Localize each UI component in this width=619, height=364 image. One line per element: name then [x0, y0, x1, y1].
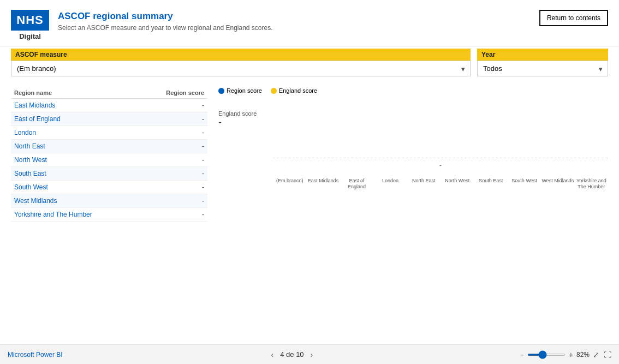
legend-england-score: England score — [271, 87, 317, 94]
pagination-prev-button[interactable]: ‹ — [269, 349, 276, 360]
x-axis-label: North East — [407, 178, 441, 190]
legend-england-score-label: England score — [279, 87, 317, 94]
region-score-cell: - — [140, 99, 207, 112]
table-row: West Midlands- — [11, 194, 207, 208]
table-row: North West- — [11, 153, 207, 167]
zoom-controls: - + 82% ⤢ ⛶ — [521, 350, 611, 359]
col-score-header: Region score — [140, 87, 207, 99]
pagination-next-button[interactable]: › — [308, 349, 316, 360]
ascof-measure-filter: ASCOF measure (Em branco) — [11, 49, 471, 76]
x-axis-label: East Midlands — [306, 178, 340, 190]
region-score-cell: - — [140, 181, 207, 194]
table-row: London- — [11, 126, 207, 140]
header-left: NHS Digital ASCOF regional summary Selec… — [11, 10, 273, 40]
england-score-label: England score — [218, 110, 262, 117]
bottom-bar: Microsoft Power BI ‹ 4 de 10 › - + 82% ⤢… — [0, 344, 619, 364]
svg-text:-: - — [439, 162, 442, 169]
table-row: North East- — [11, 140, 207, 153]
bottom-right-icons: ⤢ ⛶ — [593, 350, 611, 359]
region-name-cell: North East — [11, 140, 140, 153]
x-axis-label: West Midlands — [541, 178, 574, 190]
year-label: Year — [477, 49, 608, 61]
region-score-cell: - — [140, 126, 207, 140]
england-score-dot — [271, 88, 277, 94]
header-title-area: ASCOF regional summary Select an ASCOF m… — [58, 10, 273, 32]
chart-visualization: - (Em branco)East MidlandsEast of Englan… — [273, 99, 608, 339]
powerbi-link[interactable]: Microsoft Power BI — [8, 351, 63, 359]
body-area: Region name Region score East Midlands-E… — [0, 82, 619, 344]
x-axis-label: (Em branco) — [273, 178, 306, 190]
page-subtitle: Select an ASCOF measure and year to view… — [58, 24, 273, 32]
nhs-blue-box: NHS — [11, 10, 49, 31]
nhs-text: NHS — [16, 13, 43, 27]
header: NHS Digital ASCOF regional summary Selec… — [0, 0, 619, 46]
table-row: Yorkshire and The Humber- — [11, 208, 207, 222]
pagination: ‹ 4 de 10 › — [269, 349, 316, 360]
region-name-cell: North West — [11, 153, 140, 167]
x-axis-label: North West — [441, 178, 474, 190]
x-axis-label: East of England — [340, 178, 373, 190]
zoom-minus-button[interactable]: - — [521, 350, 524, 359]
share-icon-button[interactable]: ⤢ — [593, 350, 599, 359]
region-score-cell: - — [140, 112, 207, 126]
filters-row: ASCOF measure (Em branco) Year Todos — [0, 49, 619, 82]
region-name-cell: East of England — [11, 112, 140, 126]
x-axis-labels: (Em branco)East MidlandsEast of EnglandL… — [273, 178, 608, 190]
year-select-wrapper[interactable]: Todos — [477, 61, 608, 76]
ascof-measure-select-wrapper[interactable]: (Em branco) — [11, 61, 471, 76]
region-score-cell: - — [140, 153, 207, 167]
zoom-plus-button[interactable]: + — [569, 350, 573, 359]
region-name-cell: Yorkshire and The Humber — [11, 208, 140, 222]
region-name-cell: South East — [11, 167, 140, 181]
region-name-cell: South West — [11, 181, 140, 194]
zoom-slider[interactable] — [527, 354, 566, 356]
year-filter: Year Todos — [477, 49, 608, 76]
zoom-value: 82% — [576, 351, 590, 359]
separator — [0, 46, 619, 46]
ascof-measure-select[interactable]: (Em branco) — [11, 61, 471, 76]
region-name-cell: East Midlands — [11, 99, 140, 112]
return-to-contents-button[interactable]: Return to contents — [539, 10, 608, 26]
table-row: East of England- — [11, 112, 207, 126]
chart-svg: - — [273, 105, 608, 176]
region-score-cell: - — [140, 194, 207, 208]
year-select[interactable]: Todos — [477, 61, 608, 76]
region-score-cell: - — [140, 140, 207, 153]
nhs-logo: NHS Digital — [11, 10, 49, 40]
region-name-cell: London — [11, 126, 140, 140]
x-axis-label: South West — [508, 178, 541, 190]
x-axis-label: Yorkshire and The Humber — [575, 178, 608, 190]
table-side: Region name Region score East Midlands-E… — [11, 87, 207, 339]
x-axis-label: London — [373, 178, 407, 190]
region-score-cell: - — [140, 167, 207, 181]
pagination-label: 4 de 10 — [280, 350, 303, 359]
region-score-dot — [218, 88, 224, 94]
ascof-measure-label: ASCOF measure — [11, 49, 471, 61]
england-score-box: England score - — [218, 99, 262, 339]
nhs-digital-label: Digital — [19, 32, 41, 40]
legend-region-score: Region score — [218, 87, 262, 94]
region-name-cell: West Midlands — [11, 194, 140, 208]
table-row: East Midlands- — [11, 99, 207, 112]
chart-side: Region score England score England score… — [218, 87, 608, 339]
table-row: South East- — [11, 167, 207, 181]
fullscreen-icon-button[interactable]: ⛶ — [604, 350, 611, 359]
chart-legend: Region score England score — [218, 87, 608, 94]
page-title: ASCOF regional summary — [58, 11, 273, 22]
region-score-cell: - — [140, 208, 207, 222]
main-content: NHS Digital ASCOF regional summary Selec… — [0, 0, 619, 344]
chart-container: - — [273, 105, 608, 176]
col-region-header: Region name — [11, 87, 140, 99]
region-table: Region name Region score East Midlands-E… — [11, 87, 207, 222]
legend-region-score-label: Region score — [227, 87, 262, 94]
england-score-value: - — [218, 117, 262, 128]
x-axis-label: South East — [474, 178, 507, 190]
table-row: South West- — [11, 181, 207, 194]
